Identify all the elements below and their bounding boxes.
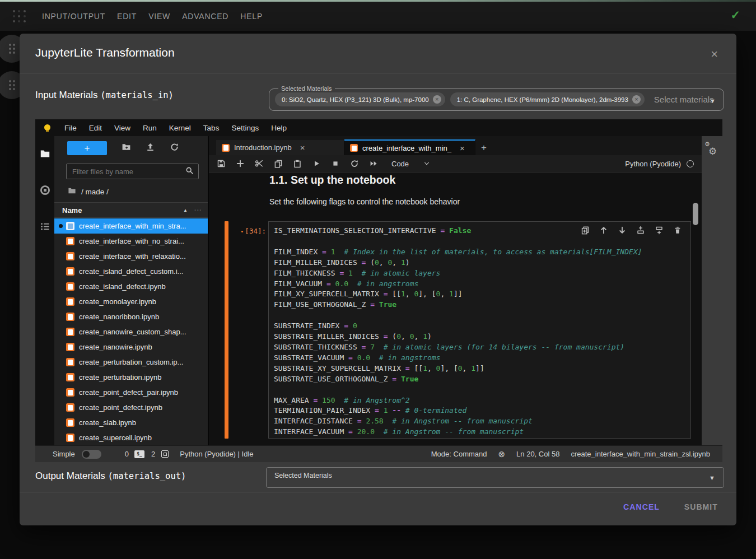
new-launcher-button[interactable]: + [67, 141, 107, 155]
app-logo-icon[interactable] [12, 10, 26, 24]
breadcrumb[interactable]: / made / [68, 187, 109, 197]
menu-item[interactable]: VIEW [148, 12, 170, 21]
file-name: create_interface_with_relaxatio... [79, 252, 186, 260]
terminals-count[interactable]: 0 [125, 450, 129, 458]
stop-icon[interactable] [331, 159, 340, 168]
filter-files-input[interactable] [66, 164, 199, 179]
save-icon[interactable] [217, 159, 226, 168]
new-folder-icon[interactable] [122, 142, 131, 154]
scrollbar-thumb[interactable] [693, 203, 698, 225]
file-name: create_nanowire.ipynb [79, 343, 152, 351]
notebook-scrollbar[interactable] [692, 174, 699, 444]
material-chip[interactable]: 0: SiO2, Quartz, HEX (P3_121) 3D (Bulk),… [275, 92, 445, 106]
settings-gears-icon[interactable]: ⚙ ⚙ [703, 141, 722, 160]
kernel-selector[interactable]: Python (Pyodide) [625, 160, 694, 168]
file-list-item[interactable]: create_interface_with_no_strai... [54, 234, 208, 249]
cursor-position[interactable]: Ln 20, Col 58 [516, 450, 559, 458]
insert-cell-below-icon[interactable] [655, 226, 664, 235]
copy-icon[interactable] [274, 159, 283, 168]
file-list-item[interactable]: create_nanoribbon.ipynb [54, 309, 208, 324]
shield-x-icon[interactable]: ⊗ [498, 449, 506, 459]
file-list: create_interface_with_min_stra... create… [54, 218, 208, 445]
jupyterlite-bulb-icon[interactable] [44, 124, 50, 131]
menu-item[interactable]: INPUT/OUTPUT [42, 12, 105, 21]
file-list-item[interactable]: create_island_defect_custom.i... [54, 264, 208, 279]
cancel-button[interactable]: CANCEL [620, 502, 663, 512]
menu-item[interactable]: HELP [240, 12, 263, 21]
upload-icon[interactable] [146, 142, 155, 154]
run-icon[interactable] [312, 159, 321, 168]
submit-button[interactable]: SUBMIT [681, 502, 721, 512]
notebook-file-icon [66, 282, 74, 291]
tab-close-icon[interactable]: × [300, 143, 305, 152]
file-list-item[interactable]: create_point_defect_pair.ipynb [54, 385, 208, 400]
editor-mode[interactable]: Mode: Command [431, 450, 487, 458]
delete-cell-icon[interactable] [673, 226, 682, 235]
file-list-item[interactable]: create_point_defect.ipynb [54, 400, 208, 415]
materials-dropdown-arrow-icon[interactable]: ▼ [710, 97, 716, 104]
menu-item[interactable]: Tabs [197, 124, 226, 132]
menu-item[interactable]: EDIT [117, 12, 137, 21]
dialog-close-icon[interactable]: × [711, 48, 718, 60]
menu-item[interactable]: Settings [225, 124, 265, 132]
refresh-icon[interactable] [170, 142, 179, 154]
tab-close-icon[interactable]: × [460, 143, 465, 153]
notebook-file-icon [66, 237, 74, 245]
menu-item[interactable]: View [108, 124, 137, 132]
run-all-icon[interactable] [369, 159, 378, 168]
table-of-contents-icon[interactable] [40, 221, 50, 234]
file-list-item[interactable]: create_slab.ipynb [54, 415, 208, 430]
file-list-item[interactable]: create_perturbation_custom.ip... [54, 355, 208, 370]
input-materials-var: (materials_in) [100, 90, 174, 100]
material-chip[interactable]: 1: C, Graphene, HEX (P6/mmm) 2D (Monolay… [450, 92, 645, 106]
simple-mode-toggle[interactable] [82, 450, 101, 459]
add-cell-icon[interactable] [236, 159, 245, 168]
menu-item[interactable]: ADVANCED [182, 12, 228, 21]
file-name: create_perturbation_custom.ip... [79, 358, 183, 366]
chip-delete-icon[interactable]: × [433, 95, 441, 104]
file-list-item[interactable]: create_interface_with_relaxatio... [54, 249, 208, 264]
output-materials-dropdown[interactable]: Selected Materials ▼ [266, 467, 724, 488]
paste-icon[interactable] [293, 159, 302, 168]
menu-item[interactable]: File [58, 124, 83, 132]
file-list-item[interactable]: create_island_defect.ipynb [54, 279, 208, 294]
file-list-header[interactable]: Name ▲ ··· [54, 202, 208, 218]
file-list-item[interactable]: create_nanowire.ipynb [54, 339, 208, 355]
filter-files-text-input[interactable] [71, 167, 172, 176]
duplicate-cell-icon[interactable] [581, 226, 590, 235]
app-menu-bar: INPUT/OUTPUT EDIT VIEW ADVANCED HELP ✓ [0, 2, 756, 31]
menu-item[interactable]: Edit [83, 124, 108, 132]
file-list-item[interactable]: create_monolayer.ipynb [54, 294, 208, 309]
chip-delete-icon[interactable]: × [632, 95, 641, 104]
running-kernels-icon[interactable] [40, 185, 50, 198]
cell-type-dropdown[interactable]: Code [391, 160, 430, 168]
tab-introduction[interactable]: Introduction.ipynb × [216, 140, 344, 155]
code-text: IS_TERMINATIONS_SELECTION_INTERACTIVE = … [269, 222, 690, 437]
material-chips: 0: SiO2, Quartz, HEX (P3_121) 3D (Bulk),… [275, 92, 645, 106]
cell-collapser[interactable] [225, 221, 228, 439]
file-browser-icon[interactable] [40, 148, 50, 161]
terminal-icon: $_ [134, 450, 144, 458]
select-materials-placeholder[interactable]: Select materials [654, 95, 714, 104]
menu-item[interactable]: Kernel [163, 124, 197, 132]
move-cell-up-icon[interactable] [599, 226, 608, 235]
menu-item[interactable]: Help [265, 124, 293, 132]
menu-item[interactable]: Run [137, 124, 163, 132]
selected-materials-field[interactable]: Selected Materials 0: SiO2, Quartz, HEX … [269, 85, 724, 111]
file-list-item[interactable]: create_nanowire_custom_shap... [54, 324, 208, 339]
code-cell: •[34]: IS_TERMINATIONS_SELECTION_INTERAC… [209, 221, 702, 439]
file-list-item[interactable]: create_perturbation.ipynb [54, 370, 208, 385]
tab-create-interface[interactable]: create_interface_with_min_ × [344, 139, 475, 155]
file-list-item[interactable]: create_supercell.ipynb [54, 430, 208, 445]
file-list-item[interactable]: create_interface_with_min_stra... [54, 218, 208, 234]
screen: INPUT/OUTPUT EDIT VIEW ADVANCED HELP ✓ J… [0, 0, 756, 559]
kernels-count[interactable]: 2 [151, 450, 155, 458]
code-editor[interactable]: IS_TERMINATIONS_SELECTION_INTERACTIVE = … [268, 221, 691, 439]
insert-cell-above-icon[interactable] [636, 226, 645, 235]
kernel-status-text[interactable]: Python (Pyodide) | Idle [180, 450, 253, 458]
move-cell-down-icon[interactable] [618, 226, 627, 235]
restart-kernel-icon[interactable] [350, 159, 359, 168]
cut-icon[interactable] [255, 159, 264, 168]
success-check-icon[interactable]: ✓ [730, 8, 740, 22]
new-tab-button[interactable]: + [475, 140, 492, 155]
